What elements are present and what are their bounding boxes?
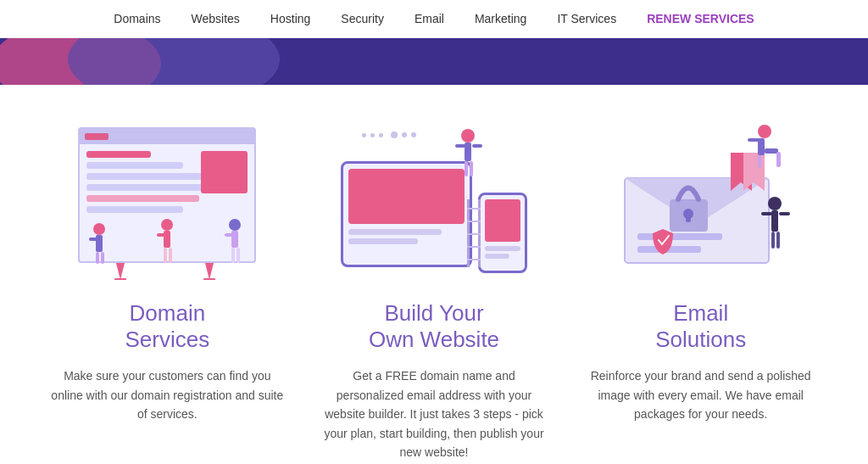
svg-point-5 <box>161 219 173 231</box>
domain-illustration <box>70 119 264 280</box>
svg-point-0 <box>93 223 105 235</box>
svg-rect-40 <box>686 214 691 222</box>
svg-point-41 <box>758 125 771 138</box>
domain-figures-svg <box>70 212 264 280</box>
svg-rect-4 <box>101 252 104 264</box>
nav-email[interactable]: Email <box>415 12 444 25</box>
build-illustration <box>337 119 531 280</box>
svg-marker-15 <box>116 263 125 280</box>
svg-rect-43 <box>765 148 778 154</box>
svg-rect-50 <box>779 212 790 215</box>
nav-hosting[interactable]: Hosting <box>270 12 310 25</box>
nav-websites[interactable]: Websites <box>192 12 240 25</box>
wifi-signals <box>362 131 416 138</box>
svg-rect-45 <box>758 155 761 168</box>
svg-rect-24 <box>470 161 473 176</box>
svg-rect-20 <box>465 143 471 161</box>
build-figure-svg <box>447 127 489 195</box>
build-website-desc: Get a FREE domain name and personalized … <box>318 366 551 461</box>
ladder-svg <box>465 199 482 267</box>
svg-rect-12 <box>225 233 236 237</box>
hero-banner <box>0 38 868 85</box>
svg-rect-2 <box>89 238 101 241</box>
svg-rect-22 <box>472 144 482 148</box>
nav-marketing[interactable]: Marketing <box>475 12 526 25</box>
nav-domains[interactable]: Domains <box>114 12 160 25</box>
nav-security[interactable]: Security <box>341 12 384 25</box>
domain-services-title: DomainServices <box>125 300 209 353</box>
svg-rect-49 <box>761 212 772 215</box>
phone-mockup <box>478 193 527 273</box>
email-solutions-desc: Reinforce your brand and send a polished… <box>584 366 817 461</box>
svg-point-10 <box>229 219 241 231</box>
domain-services-card: DomainServices Make sure your customers … <box>51 119 284 464</box>
svg-rect-48 <box>771 210 778 232</box>
main-content: DomainServices Make sure your customers … <box>0 85 868 464</box>
nav-it-services[interactable]: IT Services <box>557 12 616 25</box>
email-figure-svg <box>739 123 790 191</box>
svg-rect-3 <box>96 252 99 264</box>
email-solutions-title: EmailSolutions <box>655 300 746 353</box>
navigation: Domains Websites Hosting Security Email … <box>0 0 868 38</box>
svg-rect-44 <box>776 152 781 167</box>
svg-point-19 <box>461 129 475 143</box>
svg-rect-7 <box>157 233 169 237</box>
svg-point-47 <box>768 197 782 210</box>
svg-rect-21 <box>455 144 465 148</box>
svg-rect-51 <box>771 232 775 249</box>
nav-renew-services[interactable]: RENEW SERVICES <box>647 12 754 25</box>
domain-services-desc: Make sure your customers can find you on… <box>51 366 284 461</box>
svg-rect-52 <box>776 232 780 249</box>
build-website-title: Build YourOwn Website <box>369 300 499 353</box>
svg-rect-31 <box>467 259 481 260</box>
svg-rect-46 <box>748 138 760 142</box>
svg-rect-23 <box>465 161 468 176</box>
svg-rect-14 <box>236 248 240 263</box>
email-solutions-card: EmailSolutions Reinforce your brand and … <box>584 119 817 464</box>
email-figure2-svg <box>756 195 794 271</box>
svg-marker-17 <box>205 263 214 280</box>
svg-rect-8 <box>164 248 167 263</box>
svg-rect-16 <box>114 278 126 280</box>
build-website-card: Build YourOwn Website Get a FREE domain … <box>318 119 551 464</box>
svg-rect-9 <box>169 248 172 263</box>
svg-rect-29 <box>467 233 481 235</box>
svg-rect-30 <box>467 246 481 248</box>
svg-rect-27 <box>467 208 481 210</box>
svg-rect-13 <box>231 248 235 263</box>
svg-rect-36 <box>637 233 722 240</box>
svg-rect-18 <box>203 278 215 280</box>
svg-rect-28 <box>467 221 481 222</box>
email-illustration <box>604 119 798 280</box>
